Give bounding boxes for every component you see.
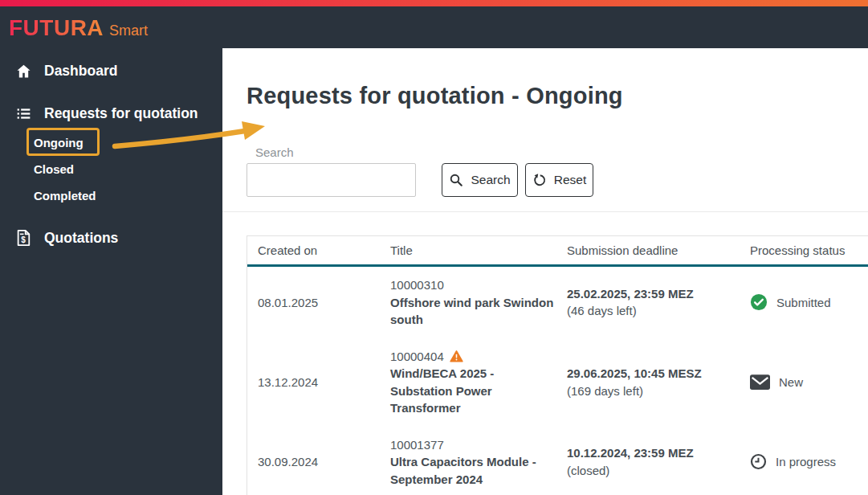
col-header-created-on: Created on — [247, 243, 380, 257]
sidebar-item-label: Quotations — [44, 230, 118, 247]
deadline-datetime: 29.06.2025, 10:45 MESZ — [567, 365, 740, 382]
deadline-note: (closed) — [567, 462, 740, 480]
status-label: In progress — [776, 453, 836, 471]
search-icon — [449, 173, 463, 187]
logo-text-futura: FUTURA — [9, 15, 104, 41]
receipt-icon: $ — [14, 229, 32, 247]
sidebar-item-quotations[interactable]: $ Quotations — [0, 227, 222, 248]
col-header-processing-status: Processing status — [740, 243, 868, 257]
cell-created-on: 08.01.2025 — [247, 294, 380, 312]
sidebar-item-requests-for-quotation[interactable]: Requests for quotation — [0, 103, 222, 124]
table-row[interactable]: 08.01.2025 10000310 Offshore wind park S… — [247, 267, 868, 338]
app-logo[interactable]: FUTURA Smart — [9, 15, 148, 41]
cell-status: New — [740, 374, 868, 391]
cell-deadline: 10.12.2024, 23:59 MEZ (closed) — [556, 444, 740, 479]
status-label: New — [779, 374, 803, 391]
list-icon — [14, 104, 32, 122]
table-header-row: Created on Title Submission deadline Pro… — [247, 236, 868, 264]
brand-gradient-strip — [0, 0, 868, 6]
rfq-subnav: Ongoing Closed Completed — [34, 135, 222, 204]
col-header-submission-deadline: Submission deadline — [556, 243, 740, 257]
deadline-datetime: 10.12.2024, 23:59 MEZ — [567, 444, 740, 462]
envelope-icon — [750, 374, 770, 390]
reset-undo-icon — [532, 173, 547, 187]
sidebar-item-dashboard[interactable]: Dashboard — [0, 60, 222, 81]
cell-created-on: 30.09.2024 — [247, 453, 380, 471]
reset-button-label: Reset — [554, 173, 587, 187]
cell-status: In progress — [740, 453, 868, 471]
rfq-table: Created on Title Submission deadline Pro… — [247, 235, 868, 495]
cell-deadline: 29.06.2025, 10:45 MESZ (169 days left) — [556, 365, 740, 399]
search-button[interactable]: Search — [442, 163, 518, 197]
search-input[interactable] — [247, 163, 416, 197]
sidebar-item-label: Requests for quotation — [44, 105, 198, 122]
table-row[interactable]: 30.09.2024 10001377 Ultra Capacitors Mod… — [247, 427, 868, 495]
rfq-title: Offshore wind park Swindon south — [390, 294, 556, 329]
cell-created-on: 13.12.2024 — [247, 374, 380, 391]
clock-icon — [750, 453, 767, 470]
rfq-title: Ultra Capacitors Module - September 2024 — [390, 453, 556, 488]
page-title: Requests for quotation - Ongoing — [247, 83, 623, 109]
col-header-title: Title — [380, 243, 556, 257]
sidebar-item-completed[interactable]: Completed — [34, 188, 96, 204]
check-circle-icon — [750, 293, 768, 311]
cell-status: Submitted — [740, 293, 868, 311]
cell-deadline: 25.02.2025, 23:59 MEZ (46 days left) — [556, 285, 740, 320]
svg-text:$: $ — [21, 235, 26, 244]
cell-title: 10000310 Offshore wind park Swindon sout… — [380, 276, 556, 329]
search-row: Search Reset — [247, 163, 593, 197]
deadline-note: (46 days left) — [567, 302, 740, 320]
main-content: Requests for quotation - Ongoing Search … — [222, 48, 868, 495]
sidebar-item-closed[interactable]: Closed — [34, 162, 74, 178]
reset-button[interactable]: Reset — [525, 163, 593, 197]
sidebar: Dashboard Requests for quotation Ongoing… — [0, 48, 222, 495]
rfq-number: 10000310 — [390, 276, 444, 294]
table-row[interactable]: 13.12.2024 10000404 Wind/BECA 2025 - Sub… — [247, 338, 868, 427]
logo-text-smart: Smart — [109, 22, 148, 39]
search-button-label: Search — [471, 173, 510, 187]
sidebar-item-label: Dashboard — [44, 63, 117, 80]
rfq-title: Wind/BECA 2025 - Substation Power Transf… — [390, 365, 556, 417]
cell-title: 10000404 Wind/BECA 2025 - Substation Pow… — [380, 348, 556, 417]
status-label: Submitted — [776, 294, 831, 312]
deadline-note: (169 days left) — [567, 382, 740, 400]
search-label: Search — [255, 145, 294, 159]
cell-title: 10001377 Ultra Capacitors Module - Septe… — [380, 436, 556, 489]
section-divider — [222, 211, 868, 212]
deadline-datetime: 25.02.2025, 23:59 MEZ — [567, 285, 740, 303]
sidebar-item-ongoing[interactable]: Ongoing — [34, 135, 84, 151]
app-header: FUTURA Smart — [0, 6, 868, 48]
warning-icon — [450, 350, 463, 363]
home-icon — [14, 62, 32, 80]
rfq-number: 10000404 — [390, 348, 444, 366]
rfq-number: 10001377 — [390, 436, 444, 454]
